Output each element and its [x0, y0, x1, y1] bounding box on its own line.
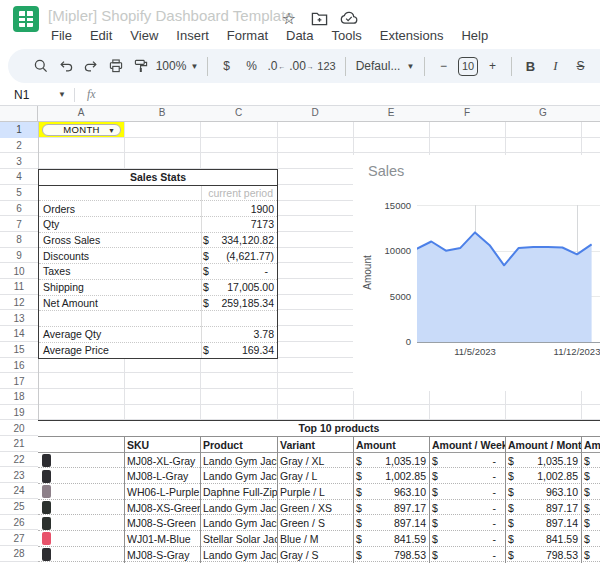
- stats-row-taxes[interactable]: Taxes$-: [39, 264, 277, 280]
- font-size-input[interactable]: 10: [458, 57, 478, 76]
- star-icon[interactable]: ☆: [280, 9, 298, 27]
- row-header-4[interactable]: 4: [0, 169, 38, 185]
- product-row-7[interactable]: MJ08-S-Gray Lando Gym Jack Gray / S $798…: [38, 547, 600, 563]
- row-header-6[interactable]: 6: [0, 201, 38, 217]
- y-tick-0: 0: [367, 336, 411, 347]
- product-row-3[interactable]: WH06-L-Purple Daphne Full-Zip Purple / L…: [38, 484, 600, 500]
- spreadsheet-grid[interactable]: A B C D E F G 12345678910111213141516171…: [0, 106, 600, 563]
- row-header-13[interactable]: 13: [0, 310, 38, 326]
- stats-row-average-price[interactable]: Average Price$169.34: [39, 343, 277, 359]
- row-header-28[interactable]: 28: [0, 546, 38, 562]
- paint-format-icon[interactable]: [128, 54, 153, 78]
- stats-row-discounts[interactable]: Discounts$(4,621.77): [39, 248, 277, 264]
- menu-edit[interactable]: Edit: [81, 26, 121, 46]
- strikethrough-button[interactable]: S: [568, 54, 593, 78]
- row-header-25[interactable]: 25: [0, 499, 38, 515]
- row-header-26[interactable]: 26: [0, 515, 38, 531]
- menu-help[interactable]: Help: [452, 26, 497, 46]
- row-header-3[interactable]: 3: [0, 153, 38, 169]
- row-header-1[interactable]: 1: [0, 122, 38, 138]
- stats-row-average-qty[interactable]: Average Qty3.78: [39, 327, 277, 343]
- stats-row-gross-sales[interactable]: Gross Sales$334,120.82: [39, 233, 277, 249]
- row-header-12[interactable]: 12: [0, 295, 38, 311]
- cell-a1-month[interactable]: MONTH ▼: [39, 122, 124, 137]
- sales-stats-table[interactable]: Sales Stats current period Orders1900 Qt…: [38, 169, 278, 359]
- move-folder-icon[interactable]: [310, 9, 328, 27]
- chevron-down-icon[interactable]: ▼: [58, 90, 66, 99]
- toolbar-divider: [207, 57, 208, 76]
- row-header-14[interactable]: 14: [0, 326, 38, 342]
- row-header-23[interactable]: 23: [0, 467, 38, 483]
- product-image: [42, 485, 51, 498]
- toolbar: 100%▼ $ % .0← .00→ 123 Defaul...▼ − 10 +…: [8, 49, 600, 83]
- row-header-2[interactable]: 2: [0, 138, 38, 154]
- top-products-table[interactable]: Top 10 products SKU Product Variant Amou…: [38, 420, 600, 563]
- row-header-8[interactable]: 8: [0, 232, 38, 248]
- stats-row-net-amount[interactable]: Net Amount$259,185.34: [39, 296, 277, 312]
- undo-icon[interactable]: [53, 54, 78, 78]
- row-header-11[interactable]: 11: [0, 279, 38, 295]
- row-header-18[interactable]: 18: [0, 389, 38, 405]
- formula-bar: N1 ▼ fx: [0, 84, 600, 106]
- search-icon[interactable]: [28, 54, 53, 78]
- bold-button[interactable]: B: [518, 54, 543, 78]
- top-bar: [Mipler] Shopify Dashboard Template ☆ Fi…: [0, 0, 600, 46]
- product-row-6[interactable]: WJ01-M-Blue Stellar Solar Jac Blue / M $…: [38, 531, 600, 547]
- document-title[interactable]: [Mipler] Shopify Dashboard Template: [48, 7, 294, 24]
- product-row-4[interactable]: MJ08-XS-Green Lando Gym Jack Green / XS …: [38, 500, 600, 516]
- row-header-7[interactable]: 7: [0, 216, 38, 232]
- row-header-5[interactable]: 5: [0, 185, 38, 201]
- format-percent-button[interactable]: %: [239, 54, 264, 78]
- print-icon[interactable]: [103, 54, 128, 78]
- row-header-24[interactable]: 24: [0, 483, 38, 499]
- increase-font-size-button[interactable]: +: [480, 54, 505, 78]
- redo-icon[interactable]: [78, 54, 103, 78]
- name-box[interactable]: N1: [0, 88, 58, 102]
- row-header-15[interactable]: 15: [0, 342, 38, 358]
- x-tick-2: 11/12/2023: [542, 346, 600, 357]
- menu-tools[interactable]: Tools: [322, 26, 370, 46]
- row-header-19[interactable]: 19: [0, 405, 38, 421]
- text-color-button[interactable]: A: [593, 54, 600, 78]
- row-header-21[interactable]: 21: [0, 436, 38, 452]
- y-tick-15000: 15000: [367, 200, 411, 211]
- chevron-down-icon: ▼: [190, 62, 198, 71]
- sheets-logo-icon[interactable]: [13, 6, 39, 32]
- menu-extensions[interactable]: Extensions: [371, 26, 453, 46]
- decrease-decimals-button[interactable]: .0←: [264, 54, 289, 78]
- menu-format[interactable]: Format: [218, 26, 277, 46]
- arrow-right-icon: →: [307, 63, 314, 70]
- decrease-font-size-button[interactable]: −: [431, 54, 456, 78]
- menu-insert[interactable]: Insert: [167, 26, 218, 46]
- row-header-27[interactable]: 27: [0, 530, 38, 546]
- menu-file[interactable]: File: [42, 26, 81, 46]
- column-headers[interactable]: A B C D E F G: [0, 106, 600, 122]
- menu-view[interactable]: View: [121, 26, 167, 46]
- stats-row-orders[interactable]: Orders1900: [39, 201, 277, 217]
- x-tick-1: 11/5/2023: [440, 346, 510, 357]
- row-header-16[interactable]: 16: [0, 358, 38, 374]
- format-currency-button[interactable]: $: [214, 54, 239, 78]
- toolbar-divider: [511, 57, 512, 76]
- more-formats-button[interactable]: 123: [314, 54, 339, 78]
- product-row-5[interactable]: MJ08-S-Green Lando Gym Jack Green / S $8…: [38, 515, 600, 531]
- row-header-10[interactable]: 10: [0, 263, 38, 279]
- product-row-2[interactable]: MJ08-L-Gray Lando Gym Jack Gray / L $1,0…: [38, 468, 600, 484]
- product-row-1[interactable]: MJ08-XL-Gray Lando Gym Jack Gray / XL $1…: [38, 453, 600, 469]
- menu-data[interactable]: Data: [277, 26, 322, 46]
- zoom-control[interactable]: 100%▼: [153, 59, 201, 73]
- stats-row-qty[interactable]: Qty7173: [39, 217, 277, 233]
- increase-decimals-button[interactable]: .00→: [289, 54, 314, 78]
- select-all-corner[interactable]: [0, 106, 38, 122]
- row-header-22[interactable]: 22: [0, 452, 38, 468]
- cloud-saved-icon[interactable]: [340, 9, 358, 27]
- month-dropdown-chip[interactable]: MONTH ▼: [42, 124, 121, 136]
- row-header-9[interactable]: 9: [0, 248, 38, 264]
- row-header-20[interactable]: 20: [0, 420, 38, 436]
- sales-chart[interactable]: Sales Amount 15000 10000 5000 0 11/5/202…: [353, 155, 600, 391]
- italic-button[interactable]: I: [543, 54, 568, 78]
- font-style-dropdown[interactable]: Defaul...▼: [352, 59, 418, 73]
- stats-row-shipping[interactable]: Shipping$17,005.00: [39, 280, 277, 296]
- row-header-17[interactable]: 17: [0, 373, 38, 389]
- stats-row-blank[interactable]: [39, 311, 277, 327]
